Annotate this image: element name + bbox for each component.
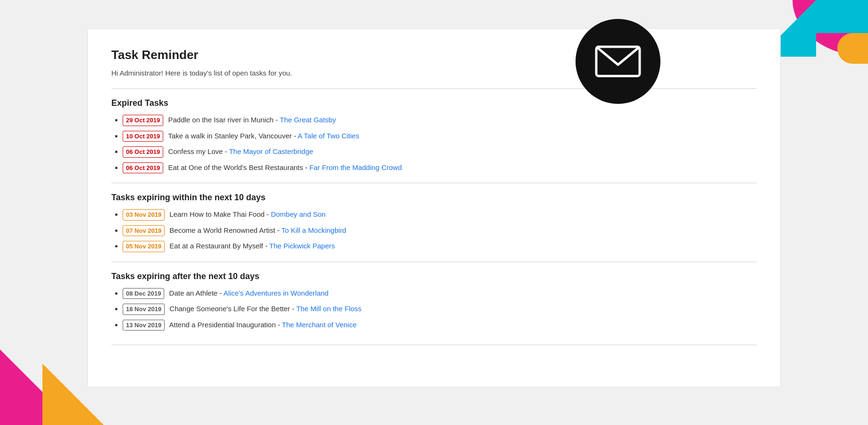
task-item: 05 Nov 2019 Eat at a Restaurant By Mysel… [123,241,757,252]
book-link[interactable]: The Pickwick Papers [269,242,335,250]
section-heading-soon: Tasks expiring within the next 10 days [111,193,757,203]
book-link[interactable]: A Tale of Two Cities [298,132,359,140]
task-item: 10 Oct 2019 Take a walk in Stanley Park,… [123,131,757,142]
date-badge: 07 Nov 2019 [123,225,165,237]
section-heading-later: Tasks expiring after the next 10 days [111,272,757,281]
main-card: Task Reminder Hi Administrator! Here is … [87,28,781,387]
date-badge: 08 Dec 2019 [123,288,164,299]
book-link[interactable]: Alice's Adventures in Wonderland [224,289,329,297]
task-list-later: 08 Dec 2019 Date an Athlete - Alice's Ad… [111,288,757,331]
task-item: 06 Oct 2019 Confess my Love - The Mayor … [123,146,757,158]
intro-text: Hi Administrator! Here is today's list o… [111,69,757,77]
book-link[interactable]: Far From the Madding Crowd [309,163,402,171]
date-badge: 06 Oct 2019 [123,162,163,174]
book-link[interactable]: To Kill a Mockingbird [281,226,346,234]
book-link[interactable]: Dombey and Son [271,210,326,218]
task-list-expired: 29 Oct 2019 Paddle on the Isar river in … [111,115,757,173]
task-item: 08 Dec 2019 Date an Athlete - Alice's Ad… [123,288,757,299]
task-item: 29 Oct 2019 Paddle on the Isar river in … [123,115,757,126]
book-link[interactable]: The Mill on the Floss [296,305,361,313]
date-badge: 29 Oct 2019 [123,115,163,126]
date-badge: 10 Oct 2019 [123,131,163,142]
book-link[interactable]: The Merchant of Venice [282,321,357,329]
bg-decoration-teal-block [816,0,868,33]
task-item: 07 Nov 2019 Become a World Renowned Arti… [123,225,757,237]
divider-end [111,345,757,345]
task-item: 03 Nov 2019 Learn How to Make Thai Food … [123,209,757,221]
task-list-soon: 03 Nov 2019 Learn How to Make Thai Food … [111,209,757,252]
book-link[interactable]: The Mayor of Casterbridge [229,147,313,155]
date-badge: 05 Nov 2019 [123,241,165,252]
date-badge: 13 Nov 2019 [123,320,165,331]
divider-after-soon [111,262,757,262]
task-item: 18 Nov 2019 Change Someone's Life For th… [123,304,757,315]
divider-1 [111,88,757,89]
date-badge: 18 Nov 2019 [123,304,165,315]
book-link[interactable]: The Great Gatsby [280,116,336,124]
date-badge: 06 Oct 2019 [123,146,163,158]
date-badge: 03 Nov 2019 [123,209,165,221]
email-icon [594,45,642,78]
divider-after-expired [111,183,757,183]
task-item: 13 Nov 2019 Attend a Presidential Inaugu… [123,320,757,331]
sections-container: Expired Tasks29 Oct 2019 Paddle on the I… [111,98,757,345]
task-item: 06 Oct 2019 Eat at One of the World's Be… [123,162,757,174]
email-icon-circle [576,19,660,104]
bg-decoration-orange-right [837,33,868,64]
section-heading-expired: Expired Tasks [111,98,757,108]
